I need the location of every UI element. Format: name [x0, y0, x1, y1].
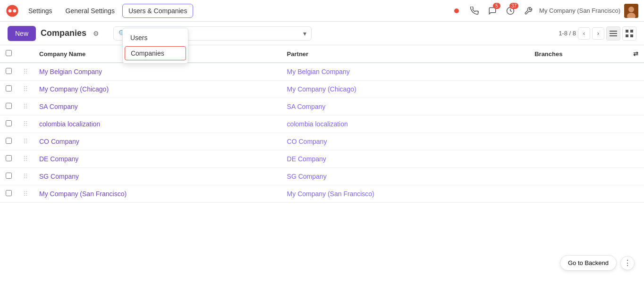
- avatar-icon: [624, 4, 638, 18]
- user-avatar[interactable]: [624, 4, 638, 18]
- drag-handle-icon[interactable]: ⠿: [23, 85, 28, 93]
- svg-rect-12: [626, 34, 628, 37]
- users-menu-item[interactable]: Users: [123, 30, 188, 45]
- partner-cell[interactable]: SG Company: [281, 168, 529, 185]
- table-row: ⠿ SA Company SA Company: [0, 98, 644, 116]
- company-name-cell[interactable]: SA Company: [34, 98, 281, 116]
- drag-handle-icon[interactable]: ⠿: [23, 120, 28, 128]
- col-partner: Partner: [281, 45, 529, 63]
- messages-button[interactable]: 5: [485, 4, 500, 18]
- row-checkbox-4[interactable]: [6, 138, 12, 144]
- pagination: 1-8 / 8 ‹ ›: [559, 26, 636, 41]
- pagination-label: 1-8 / 8: [559, 30, 576, 37]
- settings-nav[interactable]: Settings: [23, 4, 58, 17]
- list-view-icon: [610, 30, 617, 37]
- branches-cell: [529, 98, 627, 116]
- branches-cell: [529, 63, 627, 81]
- branches-cell: [529, 116, 627, 133]
- row-checkbox-7[interactable]: [6, 190, 12, 196]
- gear-icon[interactable]: ⚙: [93, 30, 99, 37]
- activities-button[interactable]: 37: [503, 4, 517, 18]
- branches-cell: [529, 168, 627, 185]
- branches-cell: [529, 81, 627, 98]
- row-checkbox-0[interactable]: [6, 68, 12, 74]
- drag-handle-icon[interactable]: ⠿: [23, 190, 28, 198]
- table-row: ⠿ My Company (San Francisco) My Company …: [0, 185, 644, 203]
- companies-menu-item[interactable]: Companies: [125, 46, 186, 60]
- svg-rect-10: [626, 30, 628, 33]
- branches-cell: [529, 133, 627, 150]
- list-view-button[interactable]: [606, 26, 620, 41]
- svg-point-1: [8, 9, 12, 12]
- row-checkbox-3[interactable]: [6, 120, 12, 126]
- drag-handle-icon[interactable]: ⠿: [23, 103, 28, 110]
- debug-button[interactable]: [521, 4, 535, 18]
- svg-point-5: [628, 7, 634, 12]
- partner-cell[interactable]: My Belgian Company: [281, 63, 529, 81]
- svg-point-0: [6, 5, 18, 17]
- top-nav: Settings General Settings Users & Compan…: [0, 0, 644, 22]
- prev-page-button[interactable]: ‹: [578, 27, 590, 40]
- general-settings-nav[interactable]: General Settings: [60, 4, 120, 17]
- company-name-cell[interactable]: My Company (Chicago): [34, 81, 281, 98]
- partner-cell[interactable]: SA Company: [281, 98, 529, 116]
- select-all-checkbox[interactable]: [6, 50, 12, 56]
- kanban-view-icon: [626, 30, 633, 37]
- drag-handle-icon[interactable]: ⠿: [23, 173, 28, 180]
- company-name-cell[interactable]: DE Company: [34, 150, 281, 168]
- users-companies-dropdown: Users Companies: [122, 28, 188, 64]
- company-name-cell[interactable]: CO Company: [34, 133, 281, 150]
- branches-cell: [529, 150, 627, 168]
- svg-point-2: [13, 9, 16, 12]
- activities-badge: 37: [509, 3, 518, 9]
- partner-cell[interactable]: My Company (Chicago): [281, 81, 529, 98]
- page-title: Companies: [41, 28, 86, 38]
- users-companies-label[interactable]: Users & Companies: [122, 4, 194, 18]
- svg-rect-11: [630, 30, 633, 33]
- subheader: New Companies ⚙ 🔍 ▾ 1-8 / 8 ‹ ›: [0, 22, 644, 45]
- phone-icon: [470, 7, 479, 15]
- search-dropdown-icon[interactable]: ▾: [303, 30, 306, 37]
- table-row: ⠿ SG Company SG Company: [0, 168, 644, 185]
- row-checkbox-6[interactable]: [6, 173, 12, 179]
- odoo-logo-icon[interactable]: [6, 4, 19, 17]
- nav-right: 5 37 My Company (San Francisco): [449, 4, 638, 18]
- wrench-icon: [524, 7, 533, 15]
- svg-rect-9: [610, 35, 617, 36]
- drag-handle-icon[interactable]: ⠿: [23, 68, 28, 75]
- status-dot-icon: [454, 8, 459, 13]
- users-companies-nav[interactable]: Users & Companies Users Companies: [122, 7, 194, 15]
- row-checkbox-5[interactable]: [6, 155, 12, 161]
- drag-handle-icon[interactable]: ⠿: [23, 138, 28, 145]
- partner-cell[interactable]: colombia localization: [281, 116, 529, 133]
- row-checkbox-1[interactable]: [6, 85, 12, 91]
- table-row: ⠿ My Company (Chicago) My Company (Chica…: [0, 81, 644, 98]
- table-row: ⠿ DE Company DE Company: [0, 150, 644, 168]
- row-checkbox-2[interactable]: [6, 103, 12, 109]
- companies-table: Company Name Partner Branches ⇄ ⠿ My Bel…: [0, 45, 644, 203]
- svg-rect-7: [610, 31, 617, 32]
- col-branches: Branches: [529, 45, 627, 63]
- company-name-cell[interactable]: My Belgian Company: [34, 63, 281, 81]
- drag-handle-icon[interactable]: ⠿: [23, 155, 28, 163]
- branches-cell: [529, 185, 627, 203]
- status-indicator[interactable]: [449, 4, 464, 18]
- partner-cell[interactable]: My Company (San Francisco): [281, 185, 529, 203]
- svg-rect-8: [610, 33, 617, 34]
- partner-cell[interactable]: DE Company: [281, 150, 529, 168]
- next-page-button[interactable]: ›: [592, 27, 604, 40]
- messages-badge: 5: [493, 3, 500, 9]
- partner-cell[interactable]: CO Company: [281, 133, 529, 150]
- table-row: ⠿ My Belgian Company My Belgian Company: [0, 63, 644, 81]
- phone-button[interactable]: [467, 4, 482, 18]
- kanban-view-button[interactable]: [622, 26, 636, 41]
- company-name-cell[interactable]: colombia localization: [34, 116, 281, 133]
- company-name[interactable]: My Company (San Francisco): [539, 7, 620, 14]
- column-adjust-icon[interactable]: ⇄: [633, 50, 638, 58]
- svg-rect-13: [630, 34, 633, 37]
- company-name-cell[interactable]: My Company (San Francisco): [34, 185, 281, 203]
- table-row: ⠿ CO Company CO Company: [0, 133, 644, 150]
- new-button[interactable]: New: [8, 26, 36, 41]
- company-name-cell[interactable]: SG Company: [34, 168, 281, 185]
- table-row: ⠿ colombia localization colombia localiz…: [0, 116, 644, 133]
